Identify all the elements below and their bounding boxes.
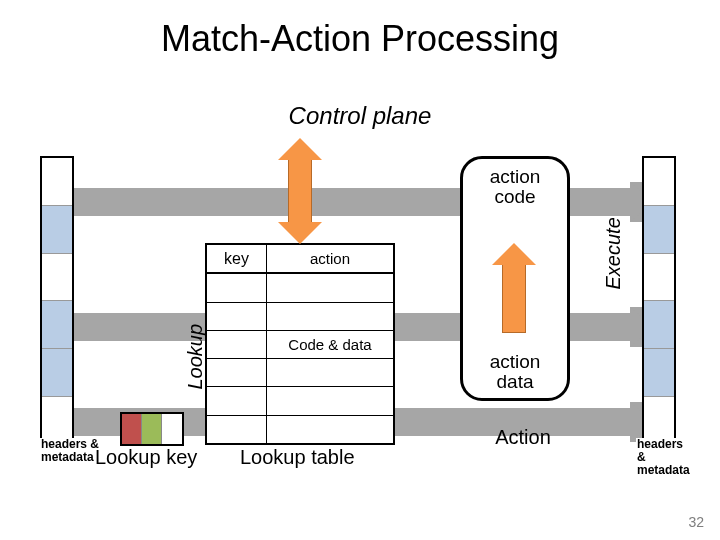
page-title: Match-Action Processing <box>0 18 720 60</box>
control-plane-label: Control plane <box>0 102 720 130</box>
orange-arrow-up-icon <box>278 138 322 160</box>
lookup-key-stack <box>120 412 184 446</box>
orange-arrow-body-action <box>502 263 526 333</box>
action-code-label: action code <box>490 167 541 207</box>
orange-arrow-body-top <box>288 156 312 226</box>
lookup-table-caption: Lookup table <box>240 446 355 469</box>
right-headers-stack <box>40 156 74 446</box>
action-label: Action <box>488 426 558 449</box>
orange-arrow-down-icon <box>278 222 322 244</box>
execute-axis-label: Execute <box>602 200 625 290</box>
lookup-axis-label: Lookup <box>184 310 207 390</box>
left-headers-metadata-label: headers & metadata <box>40 438 100 464</box>
orange-arrow-up-action-icon <box>492 243 536 265</box>
right-headers-stack-pos <box>642 156 676 446</box>
lookup-table-key-header: key <box>207 245 267 272</box>
lookup-table: key action Code & data <box>205 243 395 445</box>
diagram-stage: key action Code & data action code actio… <box>40 138 690 478</box>
right-headers-metadata-label: headers & metadata <box>636 438 691 478</box>
lookup-key-caption: Lookup key <box>95 446 197 469</box>
lookup-table-action-header: action <box>267 245 393 272</box>
lookup-table-code-data: Code & data <box>267 331 393 358</box>
page-number: 32 <box>688 514 704 530</box>
action-data-label: action data <box>490 352 541 392</box>
